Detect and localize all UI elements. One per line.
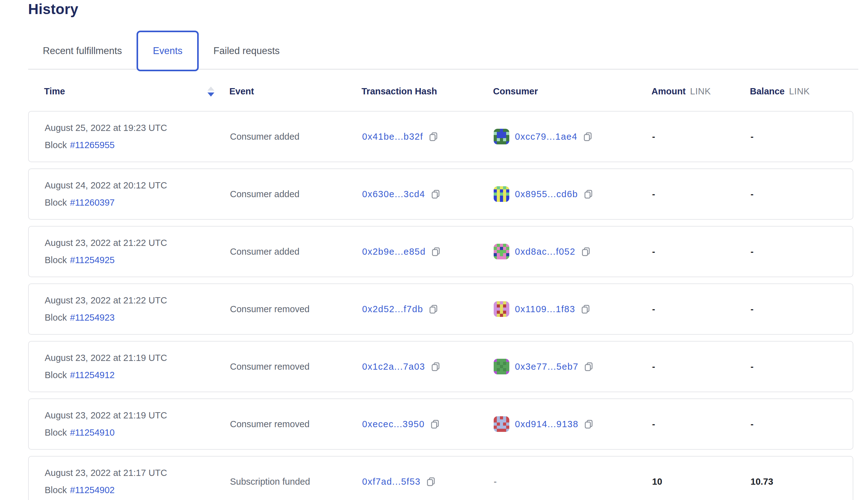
block-number-link[interactable]: #11254925 xyxy=(70,255,115,265)
consumer-address-link[interactable]: 0xcc79...1ae4 xyxy=(515,132,578,142)
event-timestamp: August 24, 2022 at 20:12 UTC xyxy=(45,180,230,191)
tab-bar: Recent fulfillments Events Failed reques… xyxy=(28,31,294,71)
consumer-identicon xyxy=(494,416,509,432)
block-number-link[interactable]: #11265955 xyxy=(70,140,115,150)
block-label: Block xyxy=(45,255,67,265)
amount-value: - xyxy=(652,247,751,257)
event-name: Subscription funded xyxy=(230,477,362,487)
tx-hash-link[interactable]: 0x630e...3cd4 xyxy=(362,189,425,200)
amount-value: - xyxy=(652,304,751,314)
table-header-row: Time Event Transaction Hash Consumer Amo… xyxy=(44,86,853,96)
tab-events[interactable]: Events xyxy=(137,31,199,71)
balance-value: - xyxy=(751,247,853,257)
balance-value: - xyxy=(751,189,853,200)
time-cell: August 24, 2022 at 20:12 UTC Block #1126… xyxy=(45,180,230,208)
copy-icon[interactable] xyxy=(431,362,440,372)
time-header-label: Time xyxy=(44,86,65,96)
table-row: August 23, 2022 at 21:17 UTC Block #1125… xyxy=(28,456,853,500)
balance-header-label: Balance xyxy=(750,86,785,96)
tab-recent-fulfillments[interactable]: Recent fulfillments xyxy=(28,31,137,71)
consumer-cell: 0xd8ac...f052 xyxy=(494,244,652,259)
consumer-address-link[interactable]: 0xd914...9138 xyxy=(515,419,578,429)
consumer-placeholder: - xyxy=(494,477,497,487)
tx-hash-link[interactable]: 0x2b9e...e85d xyxy=(362,247,425,257)
column-header-consumer: Consumer xyxy=(493,86,651,96)
amount-value: - xyxy=(652,362,751,372)
table-row: August 23, 2022 at 21:22 UTC Block #1125… xyxy=(28,226,853,277)
tx-hash-link[interactable]: 0xecec...3950 xyxy=(362,419,425,429)
copy-icon[interactable] xyxy=(584,419,593,429)
amount-value: 10 xyxy=(652,477,751,487)
copy-icon[interactable] xyxy=(584,362,593,372)
consumer-cell: 0x1109...1f83 xyxy=(494,301,652,317)
consumer-identicon xyxy=(494,186,509,202)
copy-icon[interactable] xyxy=(430,419,439,429)
time-cell: August 23, 2022 at 21:22 UTC Block #1125… xyxy=(45,238,230,265)
copy-icon[interactable] xyxy=(429,132,438,142)
block-label: Block xyxy=(45,140,67,150)
block-label: Block xyxy=(45,428,67,438)
amount-header-label: Amount xyxy=(651,86,686,96)
copy-icon[interactable] xyxy=(431,247,441,257)
consumer-address-link[interactable]: 0x1109...1f83 xyxy=(515,304,575,314)
event-name: Consumer removed xyxy=(230,304,362,314)
copy-icon[interactable] xyxy=(431,189,440,200)
copy-icon[interactable] xyxy=(581,247,591,257)
table-row: August 23, 2022 at 21:19 UTC Block #1125… xyxy=(28,341,853,392)
block-number-link[interactable]: #11254923 xyxy=(70,312,115,323)
consumer-cell: 0x8955...cd6b xyxy=(494,186,652,202)
copy-icon[interactable] xyxy=(584,189,593,200)
block-line: Block #11254925 xyxy=(45,255,230,265)
block-number-link[interactable]: #11254910 xyxy=(70,428,115,438)
copy-icon[interactable] xyxy=(426,477,436,487)
time-cell: August 23, 2022 at 21:19 UTC Block #1125… xyxy=(45,410,230,438)
block-label: Block xyxy=(45,197,67,208)
event-name: Consumer removed xyxy=(230,362,362,372)
block-line: Block #11254923 xyxy=(45,312,230,323)
sort-down-icon xyxy=(207,92,214,96)
copy-icon[interactable] xyxy=(583,132,592,142)
tx-hash-link[interactable]: 0x1c2a...7a03 xyxy=(362,362,425,372)
block-number-link[interactable]: #11254912 xyxy=(70,370,115,380)
copy-icon[interactable] xyxy=(429,304,438,314)
amount-value: - xyxy=(652,189,751,200)
consumer-address-link[interactable]: 0x8955...cd6b xyxy=(515,189,578,200)
block-line: Block #11254910 xyxy=(45,428,230,438)
event-timestamp: August 23, 2022 at 21:17 UTC xyxy=(45,468,230,478)
consumer-address-link[interactable]: 0x3e77...5eb7 xyxy=(515,362,578,372)
table-row: August 23, 2022 at 21:19 UTC Block #1125… xyxy=(28,398,853,450)
tab-failed-requests[interactable]: Failed requests xyxy=(199,31,294,71)
consumer-cell: 0xcc79...1ae4 xyxy=(494,129,652,144)
block-label: Block xyxy=(45,312,67,323)
consumer-identicon xyxy=(494,359,509,374)
event-name: Consumer added xyxy=(230,247,362,257)
time-cell: August 23, 2022 at 21:19 UTC Block #1125… xyxy=(45,353,230,380)
tx-hash-cell: 0x1c2a...7a03 xyxy=(362,362,494,372)
consumer-cell: - xyxy=(494,477,652,487)
copy-icon[interactable] xyxy=(581,304,590,314)
event-timestamp: August 23, 2022 at 21:22 UTC xyxy=(45,295,230,306)
block-line: Block #11254912 xyxy=(45,370,230,380)
sort-arrows-icon[interactable] xyxy=(207,87,214,96)
amount-unit-label: LINK xyxy=(690,86,711,96)
tx-hash-link[interactable]: 0x2d52...f7db xyxy=(362,304,423,314)
time-cell: August 23, 2022 at 21:17 UTC Block #1125… xyxy=(45,468,230,495)
event-timestamp: August 23, 2022 at 21:22 UTC xyxy=(45,238,230,248)
tx-hash-link[interactable]: 0x41be...b32f xyxy=(362,132,423,142)
balance-value: - xyxy=(751,304,853,314)
page-title: History xyxy=(28,1,78,18)
consumer-address-link[interactable]: 0xd8ac...f052 xyxy=(515,247,575,257)
block-number-link[interactable]: #11260397 xyxy=(70,197,115,208)
time-cell: August 23, 2022 at 21:22 UTC Block #1125… xyxy=(45,295,230,323)
balance-value: - xyxy=(751,419,853,429)
consumer-cell: 0xd914...9138 xyxy=(494,416,652,432)
consumer-cell: 0x3e77...5eb7 xyxy=(494,359,652,374)
sort-up-icon xyxy=(207,87,214,91)
block-number-link[interactable]: #11254902 xyxy=(70,485,115,495)
tx-hash-link[interactable]: 0xf7ad...5f53 xyxy=(362,477,421,487)
balance-value: 10.73 xyxy=(751,477,853,487)
consumer-identicon xyxy=(494,129,509,144)
event-name: Consumer removed xyxy=(230,419,362,429)
amount-value: - xyxy=(652,419,751,429)
event-rows: August 25, 2022 at 19:23 UTC Block #1126… xyxy=(28,111,853,500)
